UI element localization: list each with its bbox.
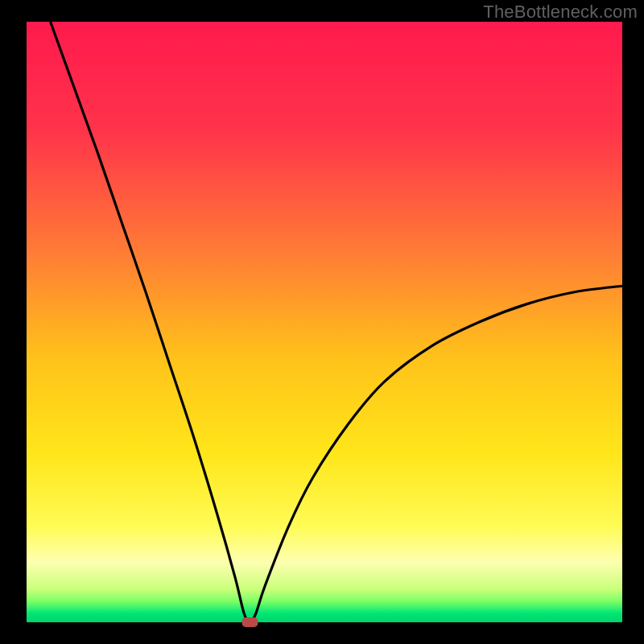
minimum-marker [242,617,258,627]
plot-background [27,22,622,622]
watermark-text: TheBottleneck.com [483,2,638,23]
bottleneck-chart [0,0,644,644]
chart-frame: TheBottleneck.com [0,0,644,644]
